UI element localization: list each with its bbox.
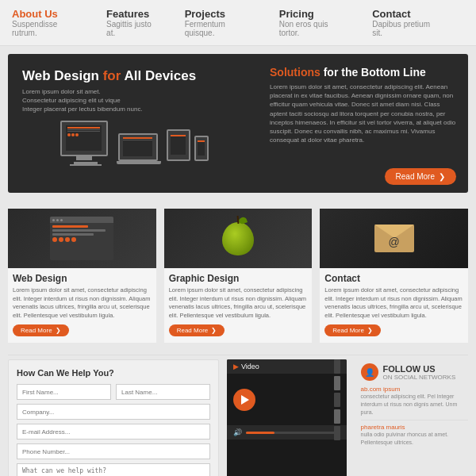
contact-text: Lorem ipsum dolor sit amet, consectetur …	[320, 286, 468, 324]
follow-title: FOLLOW US	[383, 364, 456, 374]
social-item-0: ab.com ipsum consectetur adipiscing elit…	[361, 386, 468, 416]
video-play-icon: ▶	[233, 363, 239, 370]
graphic-design-image	[164, 209, 313, 268]
follow-icon: 👤	[361, 363, 378, 381]
progress-track[interactable]	[246, 432, 340, 434]
graphic-design-read-more[interactable]: Read More ❯	[169, 324, 225, 336]
video-progress-bar: 🔊	[227, 425, 347, 440]
hero-right: Solutions for the Bottom Line Lorem ipsu…	[258, 54, 468, 193]
section-divider	[8, 355, 468, 355]
card-btn-arrow2: ❯	[211, 327, 217, 334]
nav-sub-projects: Fermentum quisque.	[185, 20, 255, 37]
card-btn-arrow: ❯	[56, 327, 61, 334]
nav-title-features: Features	[106, 8, 161, 20]
phone-device	[194, 136, 209, 161]
progress-fill	[246, 432, 274, 434]
web-design-card: Web Design Lorem ipsum dolor sit amet, c…	[8, 209, 156, 343]
contact-form-box: How Can We Help You? Submit	[8, 359, 219, 476]
web-design-title: Web Design	[8, 268, 156, 286]
vol-bar-4[interactable]	[334, 409, 340, 424]
nav-sub-contact: Dapibus pretium sit.	[372, 20, 440, 37]
contact-read-more[interactable]: Read More ❯	[324, 324, 381, 336]
arrow-icon: ❯	[439, 172, 445, 181]
follow-header: 👤 FOLLOW US ON SOCIAL NETWORKS	[361, 363, 468, 381]
social-item-1: pharetra mauris nulla odio pulvinar rhon…	[361, 424, 468, 447]
follow-subtitle: ON SOCIAL NETWORKS	[383, 374, 456, 381]
cards-section: Web Design Lorem ipsum dolor sit amet, c…	[0, 201, 476, 351]
vol-bar-3[interactable]	[334, 393, 340, 407]
volume-icon: 🔊	[233, 428, 242, 436]
nav-item-pricing[interactable]: Pricing Non eros quis tortor.	[279, 8, 348, 37]
follow-text-block: FOLLOW US ON SOCIAL NETWORKS	[383, 364, 456, 381]
social-desc-0: consectetur adipiscing elit. Pel Integer…	[361, 393, 468, 416]
solutions-title: Solutions for the Bottom Line	[270, 66, 456, 79]
bottom-section: How Can We Help You? Submit ▶ Video	[0, 359, 476, 476]
read-more-label: Read More	[396, 172, 435, 181]
video-label: Video	[241, 363, 259, 370]
solutions-description: Lorem ipsum dolor sit amet, consectetur …	[270, 83, 456, 144]
phone-input[interactable]	[17, 443, 210, 459]
nav-title-pricing: Pricing	[279, 8, 348, 20]
hero-title-highlight: for	[103, 68, 121, 83]
contact-image	[320, 209, 468, 268]
browser-preview	[50, 217, 113, 260]
graphic-design-text: Lorem ipsum dolor sit amet, consectetur …	[164, 286, 313, 324]
first-name-input[interactable]	[17, 384, 111, 400]
hero-left: Web Design for All Devices Lorem ipsum d…	[8, 54, 258, 193]
nav-title-contact: Contact	[372, 8, 440, 20]
navigation: About Us Suspendisse rutrum. Features Sa…	[0, 0, 476, 46]
envelope-icon	[374, 225, 414, 252]
nav-item-projects[interactable]: Projects Fermentum quisque.	[185, 8, 255, 37]
form-title: How Can We Help You?	[17, 368, 210, 378]
social-name-1[interactable]: pharetra mauris	[361, 424, 468, 431]
web-design-read-more[interactable]: Read More ❯	[13, 324, 69, 336]
nav-item-features[interactable]: Features Sagittis justo at.	[106, 8, 161, 37]
tablet-device	[167, 129, 190, 161]
social-divider	[361, 420, 468, 420]
email-input[interactable]	[17, 424, 210, 440]
nav-title-projects: Projects	[185, 8, 255, 20]
monitor-device	[60, 121, 108, 156]
name-row	[17, 384, 210, 400]
video-player: ▶ Video 🔊	[227, 359, 347, 476]
social-name-0[interactable]: ab.com ipsum	[361, 386, 468, 393]
devices-display	[22, 121, 246, 166]
social-desc-1: nulla odio pulvinar rhoncus at amet. Pel…	[361, 431, 468, 447]
volume-controls	[334, 359, 340, 440]
help-textarea[interactable]	[17, 463, 210, 476]
web-design-text: Lorem ipsum dolor sit amet, consectetur …	[8, 286, 156, 324]
vol-bar-1[interactable]	[334, 359, 340, 374]
vol-bar-2[interactable]	[334, 376, 340, 390]
laptop-device	[118, 133, 158, 161]
play-triangle-icon	[241, 395, 249, 405]
card-btn-arrow3: ❯	[367, 327, 373, 334]
nav-title-about: About Us	[12, 8, 83, 20]
web-design-image	[8, 209, 156, 268]
nav-sub-about: Suspendisse rutrum.	[12, 20, 83, 37]
video-header: ▶ Video	[227, 359, 347, 374]
solutions-title-rest: for the Bottom Line	[324, 66, 426, 79]
hero-description: Lorem ipsum dolor sit amet. Consectetur …	[22, 87, 246, 114]
hero-banner: Web Design for All Devices Lorem ipsum d…	[8, 54, 468, 193]
graphic-design-title: Graphic Design	[164, 268, 313, 286]
play-button[interactable]	[233, 389, 255, 411]
nav-item-contact[interactable]: Contact Dapibus pretium sit.	[372, 8, 440, 37]
social-follow-box: 👤 FOLLOW US ON SOCIAL NETWORKS ab.com ip…	[355, 359, 468, 476]
read-more-button[interactable]: Read More ❯	[385, 168, 456, 185]
company-input[interactable]	[17, 404, 210, 420]
contact-title: Contact	[320, 268, 468, 286]
nav-item-about[interactable]: About Us Suspendisse rutrum.	[12, 8, 83, 37]
nav-sub-pricing: Non eros quis tortor.	[279, 20, 348, 37]
apple-icon	[222, 222, 254, 255]
graphic-design-card: Graphic Design Lorem ipsum dolor sit ame…	[164, 209, 313, 343]
contact-card: Contact Lorem ipsum dolor sit amet, cons…	[320, 209, 468, 343]
nav-sub-features: Sagittis justo at.	[106, 20, 161, 37]
video-content	[227, 374, 347, 425]
hero-title: Web Design for All Devices	[22, 68, 246, 84]
last-name-input[interactable]	[116, 384, 210, 400]
